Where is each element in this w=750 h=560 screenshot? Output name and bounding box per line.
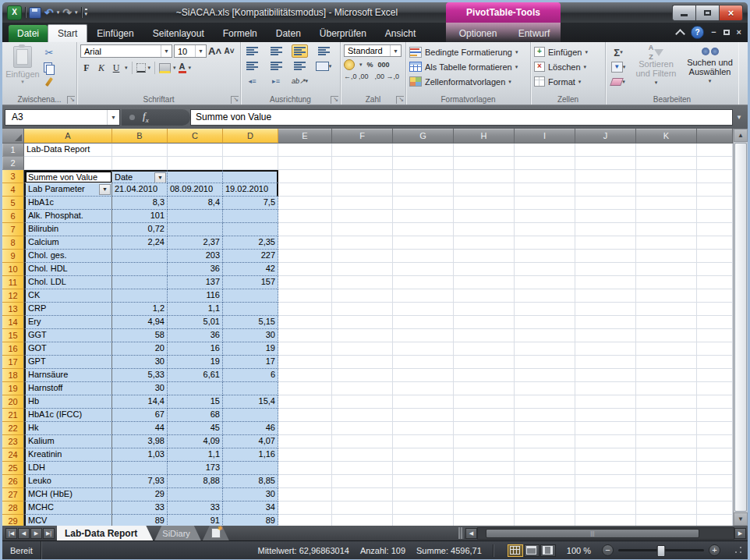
row-header-14[interactable]: 14 [2,316,24,329]
cell-C27[interactable] [168,488,223,502]
zoom-track[interactable] [618,549,704,551]
cell-I23[interactable] [515,435,575,448]
cell-C8[interactable]: 2,37 [168,236,223,250]
cell-B11[interactable] [112,276,168,289]
row-header-12[interactable]: 12 [2,289,24,303]
expand-formula-bar-icon[interactable]: ▼ [733,114,745,121]
style-button-bedingte-formatierung[interactable]: Bedingte Formatierung▾ [409,44,527,59]
cell-A17[interactable]: GPT [24,356,112,369]
cell-K21[interactable] [636,409,697,422]
bold-button[interactable]: F [80,62,93,74]
grow-font-button[interactable]: A˄ [208,45,221,58]
tab-optionen[interactable]: Optionen [450,25,507,42]
cell-B20[interactable]: 14,4 [112,395,168,409]
cell-I18[interactable] [515,369,575,382]
cell-E22[interactable] [278,422,332,435]
cell-C19[interactable] [168,382,223,395]
cell-G22[interactable] [393,422,454,435]
column-header-K[interactable]: K [636,129,697,144]
cell-D15[interactable]: 30 [223,329,278,342]
cell-G28[interactable] [393,502,454,515]
cell-C24[interactable]: 1,1 [168,448,223,462]
maximize-button[interactable] [695,5,719,21]
fill-button[interactable]: ▼▾ [610,61,626,73]
cell-D2[interactable] [223,157,278,170]
cell-I3[interactable] [515,170,575,183]
cell-A12[interactable]: CK [24,289,112,303]
cell-F17[interactable] [332,356,393,369]
select-all-corner[interactable] [2,129,24,144]
cell-C7[interactable] [168,223,223,236]
cell-H2[interactable] [454,157,515,170]
cell-A9[interactable]: Chol. ges. [24,250,112,263]
cell-B29[interactable]: 89 [112,515,168,526]
cell-I7[interactable] [515,223,575,236]
cell-B17[interactable]: 30 [112,356,168,369]
cell-J20[interactable] [575,395,636,409]
cell-J23[interactable] [575,435,636,448]
row-header-7[interactable]: 7 [2,223,24,236]
cell-C21[interactable]: 68 [168,409,223,422]
cell-G8[interactable] [393,236,454,250]
scroll-left-icon[interactable]: ◀ [465,528,477,539]
percent-format-button[interactable]: % [367,61,373,69]
row-header-3[interactable]: 3 [2,170,24,183]
lab-parameter-dropdown-icon[interactable]: ▼ [99,184,111,195]
cell-I21[interactable] [515,409,575,422]
cell-G17[interactable] [393,356,454,369]
cell-H26[interactable] [454,475,515,488]
cell-I11[interactable] [515,276,575,289]
cell-A7[interactable]: Bilirubin [24,223,112,236]
cell-A22[interactable]: Hk [24,422,112,435]
vertical-scrollbar[interactable]: ▲ ▼ [733,129,748,526]
cell-H27[interactable] [454,488,515,502]
cell-G11[interactable] [393,276,454,289]
cell-I29[interactable] [515,515,575,526]
name-box-dropdown-icon[interactable]: ▼ [107,110,119,125]
cell-I9[interactable] [515,250,575,263]
cell-E15[interactable] [278,329,332,342]
cell-J17[interactable] [575,356,636,369]
cell-J13[interactable] [575,303,636,316]
name-box[interactable]: A3 ▼ [5,109,120,126]
cell-K29[interactable] [636,515,697,526]
cell-J9[interactable] [575,250,636,263]
cell-H20[interactable] [454,395,515,409]
cell-K18[interactable] [636,369,697,382]
cell-J4[interactable] [575,183,636,197]
cell-E8[interactable] [278,236,332,250]
cell-F10[interactable] [332,263,393,276]
cell-A10[interactable]: Chol. HDL [24,263,112,276]
cell-G27[interactable] [393,488,454,502]
view-page-layout-button[interactable] [524,544,540,557]
cell-E28[interactable] [278,502,332,515]
cell-K17[interactable] [636,356,697,369]
row-header-18[interactable]: 18 [2,369,24,382]
cell-K15[interactable] [636,329,697,342]
cell-I4[interactable] [515,183,575,197]
cell-B19[interactable]: 30 [112,382,168,395]
cell-A15[interactable]: GGT [24,329,112,342]
cell-C12[interactable]: 116 [168,289,223,303]
cell-K12[interactable] [636,289,697,303]
format-painter-button[interactable] [41,76,57,88]
cell-C22[interactable]: 45 [168,422,223,435]
cell-G19[interactable] [393,382,454,395]
cell-E29[interactable] [278,515,332,526]
row-header-2[interactable]: 2 [2,157,24,170]
cell-D26[interactable]: 8,85 [223,475,278,488]
tab-überprüfen[interactable]: Überprüfen [310,25,376,42]
cell-B21[interactable]: 67 [112,409,168,422]
cell-I16[interactable] [515,342,575,356]
cell-G21[interactable] [393,409,454,422]
row-header-4[interactable]: 4 [2,183,24,197]
collapse-ribbon-icon[interactable] [675,29,685,39]
cell-C13[interactable]: 1,1 [168,303,223,316]
cell-J5[interactable] [575,197,636,210]
row-header-29[interactable]: 29 [2,515,24,526]
cell-D20[interactable]: 15,4 [223,395,278,409]
cell-I10[interactable] [515,263,575,276]
font-color-dropdown-icon[interactable]: ▾ [189,65,192,71]
cell-A29[interactable]: MCV [24,515,112,526]
font-color-icon[interactable]: A [179,62,186,73]
